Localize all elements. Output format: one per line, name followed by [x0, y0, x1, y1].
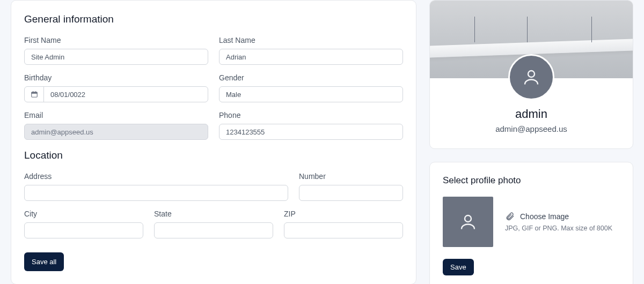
- city-input[interactable]: [24, 222, 143, 238]
- email-label: Email: [24, 111, 208, 119]
- profile-cover-image: [430, 1, 633, 78]
- number-input[interactable]: [299, 185, 403, 201]
- choose-image-label: Choose Image: [520, 212, 569, 221]
- person-icon: [522, 68, 541, 87]
- person-icon: [458, 212, 478, 231]
- svg-point-4: [528, 71, 535, 77]
- gender-select[interactable]: [219, 86, 403, 102]
- last-name-input[interactable]: [219, 49, 403, 65]
- first-name-label: First Name: [24, 36, 208, 44]
- address-input[interactable]: [24, 185, 288, 201]
- zip-label: ZIP: [284, 210, 403, 218]
- location-title: Location: [24, 150, 403, 161]
- phone-input[interactable]: [219, 124, 403, 140]
- profile-photo-card: Select profile photo Choose Image JPG, G…: [429, 162, 633, 284]
- photo-thumbnail: [443, 197, 493, 247]
- choose-image-button[interactable]: Choose Image: [505, 212, 620, 221]
- avatar: [508, 54, 554, 100]
- first-name-input[interactable]: [24, 49, 208, 65]
- svg-point-5: [465, 215, 471, 222]
- birthday-input[interactable]: [44, 87, 208, 102]
- general-information-title: General information: [24, 13, 403, 25]
- last-name-label: Last Name: [219, 36, 403, 44]
- calendar-icon[interactable]: [25, 87, 44, 102]
- email-input: [24, 124, 208, 140]
- number-label: Number: [299, 172, 403, 181]
- svg-rect-1: [31, 92, 37, 94]
- state-label: State: [154, 210, 273, 218]
- profile-email: admin@appseed.us: [441, 124, 622, 133]
- profile-name: admin: [441, 107, 622, 121]
- zip-input[interactable]: [284, 222, 403, 238]
- address-label: Address: [24, 172, 288, 181]
- birthday-input-group[interactable]: [24, 86, 208, 102]
- general-information-card: General information First Name Last Name…: [11, 0, 416, 284]
- city-label: City: [24, 210, 143, 218]
- save-button[interactable]: Save: [443, 259, 474, 275]
- paperclip-icon: [505, 212, 515, 221]
- phone-label: Phone: [219, 111, 403, 119]
- birthday-label: Birthday: [24, 73, 208, 82]
- gender-label: Gender: [219, 73, 403, 82]
- profile-summary-card: admin admin@appseed.us: [429, 0, 633, 149]
- save-all-button[interactable]: Save all: [24, 252, 64, 271]
- photo-hint: JPG, GIF or PNG. Max size of 800K: [505, 225, 620, 232]
- profile-photo-title: Select profile photo: [443, 175, 620, 186]
- state-input[interactable]: [154, 222, 273, 238]
